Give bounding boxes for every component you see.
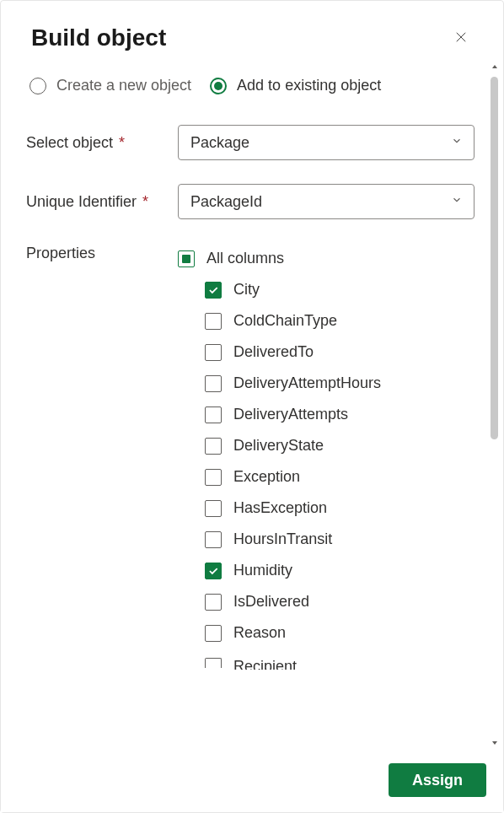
property-label: Exception	[233, 468, 300, 486]
select-object-dropdown[interactable]: Package	[178, 125, 475, 160]
radio-create-new[interactable]: Create a new object	[29, 77, 191, 94]
select-value: Package	[190, 134, 249, 152]
checkbox-property[interactable]: HoursInTransit	[178, 524, 475, 555]
checkbox-icon	[205, 563, 222, 579]
required-asterisk: *	[142, 193, 148, 210]
property-label: HoursInTransit	[233, 530, 332, 548]
checkbox-icon	[205, 500, 222, 517]
checkbox-property[interactable]: City	[178, 274, 475, 305]
checkbox-icon	[205, 344, 222, 361]
panel-title: Build object	[31, 24, 166, 51]
property-label: Reason	[233, 624, 286, 642]
properties-label: Properties	[26, 243, 178, 262]
checkbox-property[interactable]: DeliveryState	[178, 430, 475, 461]
radio-add-existing[interactable]: Add to existing object	[210, 77, 381, 94]
scroll-down-arrow[interactable]	[488, 736, 501, 750]
panel-footer: Assign	[1, 750, 503, 812]
checkbox-property[interactable]: DeliveryAttemptHours	[178, 368, 475, 399]
build-object-panel: Build object Create a new object Add to …	[0, 0, 504, 813]
unique-identifier-dropdown[interactable]: PackageId	[178, 184, 475, 219]
radio-label: Add to existing object	[237, 77, 381, 94]
close-button[interactable]	[448, 24, 475, 51]
radio-icon	[210, 78, 227, 94]
scroll-area: Create a new object Add to existing obje…	[1, 60, 503, 750]
checkbox-property[interactable]: IsDelivered	[178, 586, 475, 617]
required-asterisk: *	[119, 134, 125, 151]
property-label: City	[233, 281, 260, 299]
property-label: IsDelivered	[233, 593, 309, 611]
checkbox-property[interactable]: Humidity	[178, 555, 475, 586]
checkbox-property[interactable]: Reason	[178, 617, 475, 649]
checkbox-property[interactable]: HasException	[178, 493, 475, 524]
checkbox-property[interactable]: Recipient	[178, 649, 475, 676]
properties-list: All columns CityColdChainTypeDeliveredTo…	[178, 243, 475, 673]
property-label: HasException	[233, 499, 327, 517]
checkbox-property[interactable]: DeliveryAttempts	[178, 399, 475, 430]
unique-identifier-label: Unique Identifier *	[26, 193, 178, 211]
property-label: Recipient	[233, 655, 297, 670]
checkbox-icon	[205, 313, 222, 330]
checkbox-icon	[178, 250, 195, 267]
property-label: Humidity	[233, 562, 292, 579]
checkbox-icon	[205, 531, 222, 548]
checkbox-icon	[205, 282, 222, 299]
close-icon	[453, 30, 469, 47]
unique-identifier-row: Unique Identifier * PackageId	[26, 184, 475, 219]
checkbox-icon	[205, 469, 222, 486]
checkbox-icon	[205, 375, 222, 392]
panel-header: Build object	[1, 1, 503, 60]
checkbox-icon	[205, 594, 222, 611]
checkbox-icon	[205, 406, 222, 423]
checkbox-property[interactable]: ColdChainType	[178, 305, 475, 337]
checkbox-property[interactable]: Exception	[178, 461, 475, 493]
property-label: ColdChainType	[233, 312, 337, 330]
assign-button[interactable]: Assign	[389, 763, 486, 797]
scrollbar[interactable]	[488, 60, 501, 750]
checkbox-icon	[205, 625, 222, 642]
checkbox-label: All columns	[206, 250, 284, 267]
mode-radio-group: Create a new object Add to existing obje…	[26, 77, 475, 94]
property-label: DeliveryAttemptHours	[233, 374, 381, 392]
property-label: DeliveryState	[233, 437, 324, 455]
select-object-label: Select object *	[26, 134, 178, 152]
checkbox-property[interactable]: DeliveredTo	[178, 337, 475, 368]
radio-icon	[29, 78, 46, 94]
scroll-thumb[interactable]	[491, 77, 498, 439]
scroll-up-arrow[interactable]	[488, 60, 501, 73]
property-label: DeliveryAttempts	[233, 406, 348, 423]
select-object-row: Select object * Package	[26, 125, 475, 160]
properties-row: Properties All columns CityColdChainType…	[26, 243, 475, 673]
checkbox-icon	[205, 438, 222, 455]
checkbox-all-columns[interactable]: All columns	[178, 243, 475, 274]
select-value: PackageId	[190, 193, 262, 211]
radio-label: Create a new object	[56, 77, 191, 94]
property-label: DeliveredTo	[233, 343, 314, 361]
checkbox-icon	[205, 658, 222, 668]
